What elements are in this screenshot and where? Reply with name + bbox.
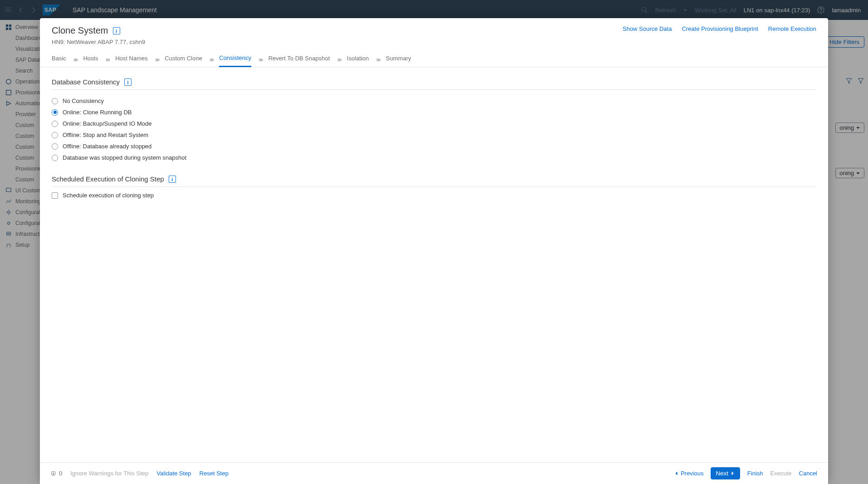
show-source-data-link[interactable]: Show Source Data <box>623 25 672 32</box>
checkbox-icon <box>52 192 58 199</box>
consistency-radio-group: No Consistency Online: Clone Running DB … <box>52 93 816 166</box>
checkbox-schedule-execution[interactable]: Schedule execution of cloning step <box>52 190 816 201</box>
dialog-subtitle: HN9: NetWeaver ABAP 7.77, cshn9 <box>52 39 816 45</box>
info-icon[interactable]: i <box>169 176 176 183</box>
remote-execution-link[interactable]: Remote Execution <box>768 25 816 32</box>
validate-step-link[interactable]: Validate Step <box>156 470 191 477</box>
next-button[interactable]: Next <box>711 467 740 479</box>
tab-isolation[interactable]: Isolation <box>347 52 369 66</box>
dialog-actions: Show Source Data Create Provisioning Blu… <box>623 25 816 32</box>
tab-summary[interactable]: Summary <box>386 52 411 66</box>
chevron-icon: »» <box>209 56 213 63</box>
radio-online-clone[interactable]: Online: Clone Running DB <box>52 107 816 118</box>
info-icon[interactable]: i <box>124 78 132 86</box>
chevron-icon: »» <box>336 56 341 63</box>
tab-custom-clone[interactable]: Custom Clone <box>165 52 202 66</box>
tab-consistency[interactable]: Consistency <box>219 52 251 67</box>
create-blueprint-link[interactable]: Create Provisioning Blueprint <box>682 25 758 32</box>
radio-snapshot[interactable]: Database was stopped during system snaps… <box>52 152 816 163</box>
radio-icon <box>52 109 58 116</box>
reset-step-link[interactable]: Reset Step <box>200 470 229 477</box>
radio-online-backup[interactable]: Online: Backup/Suspend IO Mode <box>52 118 816 129</box>
radio-no-consistency[interactable]: No Consistency <box>52 95 816 107</box>
radio-icon <box>52 98 58 104</box>
section-scheduled-execution: Scheduled Execution of Cloning Step i <box>52 172 816 187</box>
radio-icon <box>52 121 58 127</box>
tab-hosts[interactable]: Hosts <box>83 52 98 66</box>
radio-offline-stopped[interactable]: Offline: Database already stopped <box>52 141 816 152</box>
execute-button: Execute <box>770 470 792 477</box>
dialog-header: Clone Systemi HN9: NetWeaver ABAP 7.77, … <box>40 18 828 45</box>
info-icon[interactable]: i <box>113 27 120 34</box>
radio-icon <box>52 143 58 150</box>
chevron-icon: »» <box>105 56 109 63</box>
tab-basic[interactable]: Basic <box>52 52 66 66</box>
finish-button[interactable]: Finish <box>747 470 763 477</box>
tab-host-names[interactable]: Host Names <box>115 52 148 66</box>
previous-button[interactable]: Previous <box>674 470 704 477</box>
chevron-icon: »» <box>73 56 77 63</box>
chevron-icon: »» <box>154 56 159 63</box>
radio-icon <box>52 155 58 161</box>
dialog-body: Database Consistency i No Consistency On… <box>40 67 828 462</box>
radio-offline-stop[interactable]: Offline: Stop and Restart System <box>52 129 816 141</box>
radio-icon <box>52 132 58 138</box>
warning-count[interactable]: 0 <box>51 470 62 477</box>
tab-revert[interactable]: Revert To DB Snapshot <box>268 52 330 66</box>
cancel-button[interactable]: Cancel <box>799 470 817 477</box>
ignore-warnings-link: Ignore Warnings for This Step <box>70 470 148 477</box>
dialog-footer: 0 Ignore Warnings for This Step Validate… <box>40 462 828 484</box>
chevron-icon: »» <box>258 56 262 63</box>
section-database-consistency: Database Consistency i <box>52 75 816 90</box>
wizard-tabs: Basic »» Hosts »» Host Names »» Custom C… <box>40 45 828 67</box>
clone-system-dialog: Clone Systemi HN9: NetWeaver ABAP 7.77, … <box>40 18 828 484</box>
chevron-icon: »» <box>375 56 380 63</box>
